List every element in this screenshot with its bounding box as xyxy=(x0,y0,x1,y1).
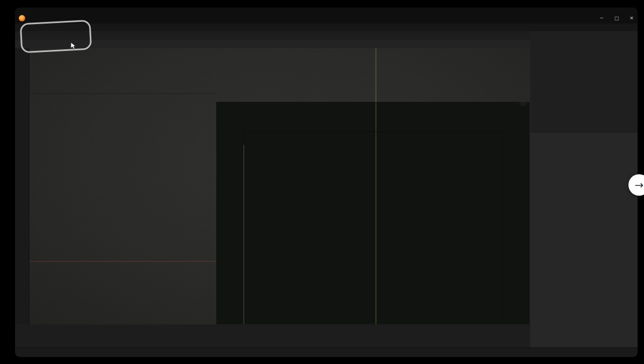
camera-view-icon[interactable] xyxy=(519,98,528,106)
properties-panel xyxy=(530,133,638,347)
blender-logo-icon xyxy=(19,15,25,21)
brush-toolbar xyxy=(15,48,30,324)
grid-line-horizontal xyxy=(15,93,216,94)
minimize-button[interactable]: ─ xyxy=(596,14,608,23)
outliner-panel xyxy=(530,31,638,133)
viewport-header xyxy=(15,31,530,40)
viewport-info-overlay xyxy=(32,50,40,71)
screenshot-stage: ─ □ ✕ xyxy=(0,0,644,364)
blender-window: ─ □ ✕ xyxy=(15,8,638,357)
status-bar xyxy=(15,347,638,356)
vertices-stat xyxy=(32,56,40,63)
ai-generated-stamp xyxy=(20,20,92,54)
timeline-editor xyxy=(15,324,530,347)
zoom-icon[interactable] xyxy=(519,77,528,86)
x-axis-line xyxy=(15,261,216,262)
faces-stat xyxy=(32,63,40,71)
mouse-cursor xyxy=(70,42,78,50)
titlebar: ─ □ ✕ xyxy=(15,8,638,24)
move-hand-icon[interactable] xyxy=(519,87,528,96)
3d-viewport[interactable] xyxy=(15,48,530,324)
tool-settings-bar xyxy=(15,40,530,48)
trim-box[interactable] xyxy=(244,131,503,324)
topbar xyxy=(15,24,638,32)
maximize-button[interactable]: □ xyxy=(611,14,623,23)
close-button[interactable]: ✕ xyxy=(626,14,638,23)
